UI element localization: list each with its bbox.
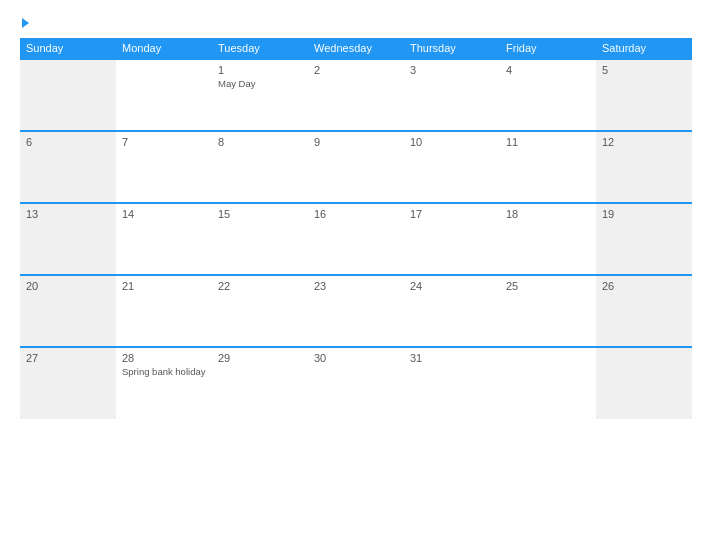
calendar-cell: 14: [116, 203, 212, 275]
calendar-cell: 1May Day: [212, 59, 308, 131]
calendar-table: SundayMondayTuesdayWednesdayThursdayFrid…: [20, 38, 692, 419]
calendar-cell: 29: [212, 347, 308, 419]
dow-header-wednesday: Wednesday: [308, 38, 404, 59]
day-number: 9: [314, 136, 398, 148]
calendar-cell: 20: [20, 275, 116, 347]
calendar-cell: [116, 59, 212, 131]
calendar-cell: 4: [500, 59, 596, 131]
day-number: 13: [26, 208, 110, 220]
dow-header-thursday: Thursday: [404, 38, 500, 59]
calendar-cell: 26: [596, 275, 692, 347]
calendar-cell: 12: [596, 131, 692, 203]
dow-header-friday: Friday: [500, 38, 596, 59]
day-number: 21: [122, 280, 206, 292]
day-number: 19: [602, 208, 686, 220]
calendar-cell: 19: [596, 203, 692, 275]
day-number: 10: [410, 136, 494, 148]
day-number: 23: [314, 280, 398, 292]
calendar-cell: [596, 347, 692, 419]
calendar-cell: 8: [212, 131, 308, 203]
calendar-week-4: 2728Spring bank holiday293031: [20, 347, 692, 419]
day-number: 25: [506, 280, 590, 292]
calendar-cell: 11: [500, 131, 596, 203]
day-number: 22: [218, 280, 302, 292]
calendar-cell: [500, 347, 596, 419]
calendar-cell: 9: [308, 131, 404, 203]
day-number: 11: [506, 136, 590, 148]
day-number: 27: [26, 352, 110, 364]
dow-header-saturday: Saturday: [596, 38, 692, 59]
day-number: 14: [122, 208, 206, 220]
dow-header-monday: Monday: [116, 38, 212, 59]
calendar-cell: 13: [20, 203, 116, 275]
day-number: 6: [26, 136, 110, 148]
calendar-cell: 22: [212, 275, 308, 347]
calendar-week-1: 6789101112: [20, 131, 692, 203]
day-number: 24: [410, 280, 494, 292]
dow-header-sunday: Sunday: [20, 38, 116, 59]
logo: [20, 18, 29, 28]
calendar-cell: 17: [404, 203, 500, 275]
day-number: 20: [26, 280, 110, 292]
calendar-week-3: 20212223242526: [20, 275, 692, 347]
day-number: 3: [410, 64, 494, 76]
calendar-cell: 27: [20, 347, 116, 419]
calendar-cell: 6: [20, 131, 116, 203]
day-number: 8: [218, 136, 302, 148]
calendar-header-row: SundayMondayTuesdayWednesdayThursdayFrid…: [20, 38, 692, 59]
calendar-cell: 28Spring bank holiday: [116, 347, 212, 419]
day-number: 12: [602, 136, 686, 148]
day-number: 17: [410, 208, 494, 220]
dow-header-tuesday: Tuesday: [212, 38, 308, 59]
day-number: 18: [506, 208, 590, 220]
day-number: 2: [314, 64, 398, 76]
calendar-cell: 10: [404, 131, 500, 203]
calendar-cell: [20, 59, 116, 131]
calendar-cell: 25: [500, 275, 596, 347]
holiday-label: Spring bank holiday: [122, 366, 206, 378]
calendar-week-0: 1May Day2345: [20, 59, 692, 131]
day-number: 31: [410, 352, 494, 364]
calendar-cell: 7: [116, 131, 212, 203]
day-number: 5: [602, 64, 686, 76]
day-number: 29: [218, 352, 302, 364]
calendar-cell: 2: [308, 59, 404, 131]
calendar-cell: 24: [404, 275, 500, 347]
day-number: 15: [218, 208, 302, 220]
day-number: 28: [122, 352, 206, 364]
calendar-cell: 16: [308, 203, 404, 275]
holiday-label: May Day: [218, 78, 302, 90]
header: [20, 18, 692, 28]
calendar-body: 1May Day23456789101112131415161718192021…: [20, 59, 692, 419]
calendar-cell: 3: [404, 59, 500, 131]
day-number: 1: [218, 64, 302, 76]
calendar-cell: 23: [308, 275, 404, 347]
calendar-cell: 30: [308, 347, 404, 419]
calendar-cell: 5: [596, 59, 692, 131]
calendar-cell: 18: [500, 203, 596, 275]
day-number: 16: [314, 208, 398, 220]
day-number: 30: [314, 352, 398, 364]
day-number: 7: [122, 136, 206, 148]
calendar-cell: 15: [212, 203, 308, 275]
day-number: 4: [506, 64, 590, 76]
calendar-week-2: 13141516171819: [20, 203, 692, 275]
calendar-cell: 21: [116, 275, 212, 347]
calendar-cell: 31: [404, 347, 500, 419]
page: SundayMondayTuesdayWednesdayThursdayFrid…: [0, 0, 712, 550]
day-number: 26: [602, 280, 686, 292]
logo-triangle-icon: [22, 18, 29, 28]
